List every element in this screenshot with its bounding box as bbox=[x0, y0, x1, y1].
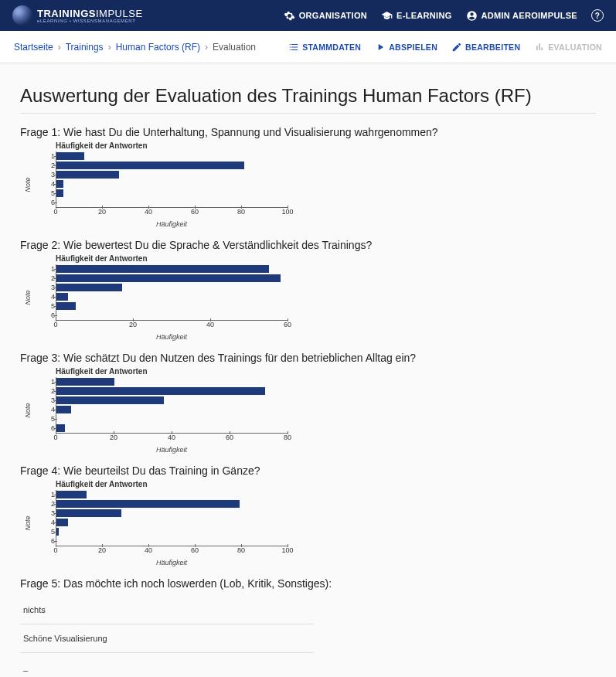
nav-help[interactable]: ? bbox=[591, 9, 604, 22]
nav-elearning[interactable]: E-LEARNING bbox=[381, 10, 451, 22]
chart-bar bbox=[56, 274, 281, 282]
chart-xtick: 40 bbox=[145, 208, 152, 216]
chart-xlabel: Häufigkeit bbox=[56, 559, 288, 566]
chart-ylabel: Note bbox=[24, 290, 32, 304]
chart-row: 4 bbox=[56, 518, 288, 527]
chart-row: 3 bbox=[56, 170, 288, 179]
chart-xaxis: 020406080100 bbox=[56, 546, 288, 557]
play-icon bbox=[375, 42, 386, 53]
chart-bar bbox=[56, 396, 164, 404]
chart-row: 2 bbox=[56, 499, 288, 509]
chart-xtick: 60 bbox=[284, 321, 291, 328]
chart-row: 4 bbox=[56, 179, 288, 189]
logo-line2: eLEARNING • WISSENSMANAGEMENT bbox=[37, 19, 143, 23]
logo-line1a: TRAININGS bbox=[37, 8, 96, 19]
freetext-answer: nichts bbox=[20, 596, 314, 624]
top-bar: TRAININGSIMPULSE eLEARNING • WISSENSMANA… bbox=[0, 0, 616, 31]
logo-text: TRAININGSIMPULSE eLEARNING • WISSENSMANA… bbox=[37, 9, 143, 23]
action-abspielen[interactable]: ABSPIELEN bbox=[375, 42, 437, 53]
question-1-heading: Frage 1: Wie hast Du die Unterhaltung, S… bbox=[20, 126, 596, 138]
chart-xtick: 20 bbox=[98, 546, 106, 554]
chart-row: 1 bbox=[56, 151, 288, 161]
nav-user-label: ADMIN AEROIMPULSE bbox=[482, 11, 577, 20]
chart-xtick: 0 bbox=[53, 208, 57, 216]
chart-xtick: 80 bbox=[284, 434, 291, 441]
chart-bar bbox=[56, 302, 76, 310]
question-3-heading: Frage 3: Wie schätzt Du den Nutzen des T… bbox=[20, 352, 596, 364]
nav-user[interactable]: ADMIN AEROIMPULSE bbox=[466, 10, 577, 22]
nav-organisation-label: ORGANISATION bbox=[299, 11, 367, 20]
breadcrumb-training[interactable]: Human Factors (RF) bbox=[116, 42, 200, 53]
chart-title: Häufigkeit der Antworten bbox=[56, 254, 596, 263]
freetext-answer: _ bbox=[20, 653, 314, 677]
brand-logo[interactable]: TRAININGSIMPULSE eLEARNING • WISSENSMANA… bbox=[12, 5, 143, 26]
chart-bar-icon bbox=[534, 42, 545, 53]
breadcrumb-home[interactable]: Startseite bbox=[14, 42, 53, 53]
chart-row: 6 bbox=[56, 536, 288, 546]
chart-title: Häufigkeit der Antworten bbox=[56, 141, 596, 150]
freetext-answer: Schöne Visualisierung bbox=[20, 624, 314, 653]
chart-xtick: 20 bbox=[98, 208, 106, 216]
chart-xtick: 60 bbox=[226, 434, 233, 441]
user-circle-icon bbox=[466, 10, 478, 22]
breadcrumb-trainings[interactable]: Trainings bbox=[66, 42, 104, 53]
chart-bar bbox=[56, 180, 63, 188]
logo-line1b: IMPULSE bbox=[96, 8, 143, 19]
chart-title: Häufigkeit der Antworten bbox=[56, 367, 596, 376]
chart-xtick: 40 bbox=[206, 321, 214, 328]
chart-xtick: 0 bbox=[53, 321, 57, 328]
chart-xaxis: 020406080 bbox=[56, 434, 288, 444]
action-evaluation-label: EVALUATION bbox=[548, 43, 602, 52]
chart-bar bbox=[56, 378, 114, 386]
breadcrumb-sep: › bbox=[58, 42, 61, 53]
chart-plot: 123456 bbox=[56, 264, 288, 321]
chart-4: NoteHäufigkeit der Antworten123456020406… bbox=[20, 480, 596, 566]
help-icon: ? bbox=[591, 9, 604, 22]
action-abspielen-label: ABSPIELEN bbox=[389, 43, 437, 52]
chart-bar bbox=[56, 406, 71, 413]
chart-row: 3 bbox=[56, 396, 288, 405]
chart-bar bbox=[56, 519, 68, 526]
nav-elearning-label: E-LEARNING bbox=[396, 11, 451, 20]
chart-xtick: 80 bbox=[237, 546, 245, 554]
chart-row: 5 bbox=[56, 414, 288, 424]
breadcrumb-current: Evaluation bbox=[213, 42, 256, 53]
chart-row: 1 bbox=[56, 264, 288, 274]
chart-xtick: 40 bbox=[168, 434, 175, 441]
title-divider bbox=[20, 113, 596, 114]
chart-title: Häufigkeit der Antworten bbox=[56, 480, 596, 488]
list-icon bbox=[288, 42, 299, 53]
chart-xtick: 60 bbox=[191, 208, 199, 216]
chart-bar bbox=[56, 171, 119, 179]
chart-row: 5 bbox=[56, 189, 288, 198]
chart-1: NoteHäufigkeit der Antworten123456020406… bbox=[20, 141, 596, 228]
chart-plot: 123456 bbox=[56, 490, 288, 546]
chart-ylabel: Note bbox=[24, 177, 32, 192]
page-content: Auswertung der Evaluation des Trainings … bbox=[0, 63, 616, 677]
sub-bar: Startseite › Trainings › Human Factors (… bbox=[0, 31, 616, 63]
nav-organisation[interactable]: ORGANISATION bbox=[284, 10, 367, 22]
chart-row: 4 bbox=[56, 292, 288, 301]
chart-row: 4 bbox=[56, 405, 288, 414]
action-bearbeiten[interactable]: BEARBEITEN bbox=[451, 42, 520, 53]
chart-bar bbox=[56, 152, 84, 160]
action-evaluation: EVALUATION bbox=[534, 42, 602, 53]
breadcrumb: Startseite › Trainings › Human Factors (… bbox=[14, 42, 256, 53]
chart-plot: 123456 bbox=[56, 377, 288, 434]
chart-xtick: 80 bbox=[237, 208, 245, 216]
chart-plot: 123456 bbox=[56, 151, 288, 208]
action-bearbeiten-label: BEARBEITEN bbox=[465, 43, 520, 52]
chart-row: 3 bbox=[56, 283, 288, 292]
action-stammdaten[interactable]: STAMMDATEN bbox=[288, 42, 361, 53]
graduation-cap-icon bbox=[381, 10, 393, 22]
chart-xtick: 100 bbox=[281, 546, 293, 554]
page-actions: STAMMDATEN ABSPIELEN BEARBEITEN EVALUATI… bbox=[288, 42, 602, 53]
chart-xtick: 20 bbox=[129, 321, 137, 328]
chart-3: NoteHäufigkeit der Antworten123456020406… bbox=[20, 367, 596, 454]
logo-mark-icon bbox=[12, 5, 32, 26]
chart-bar bbox=[56, 528, 59, 536]
chart-bar bbox=[56, 509, 121, 517]
question-4-heading: Frage 4: Wie beurteilst Du das Training … bbox=[20, 464, 596, 477]
chart-bar bbox=[56, 293, 68, 301]
chart-xlabel: Häufigkeit bbox=[56, 333, 288, 341]
